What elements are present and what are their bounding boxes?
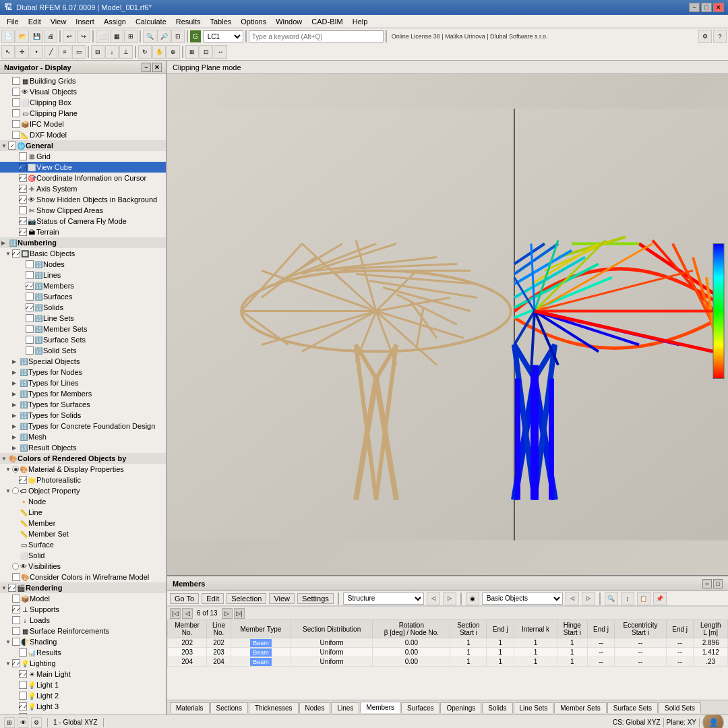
tab-solid-sets[interactable]: Solid Sets: [659, 702, 701, 713]
close-button[interactable]: ✕: [713, 3, 724, 12]
chk-model-render[interactable]: [12, 595, 20, 603]
struct-prev[interactable]: ◁: [427, 592, 440, 605]
chk-light-1[interactable]: [19, 681, 27, 689]
zoom-view[interactable]: ⊕: [166, 45, 180, 59]
nav-last[interactable]: ▷|: [234, 608, 245, 619]
chk-light-3[interactable]: ✓: [19, 702, 27, 710]
nav-general-section[interactable]: ▼ 🌐 General: [0, 140, 166, 151]
chk-loads[interactable]: [12, 616, 20, 624]
support-button[interactable]: ⊥: [119, 45, 133, 59]
tab-surface-sets[interactable]: Surface Sets: [607, 702, 658, 713]
status-icon-2[interactable]: 👁: [18, 717, 28, 728]
nav-grid[interactable]: ⊞ Grid: [0, 151, 166, 162]
open-button[interactable]: 📂: [16, 30, 29, 43]
rotate-view[interactable]: ↻: [138, 45, 152, 59]
nav-member-sets[interactable]: 🔢 Member Sets: [0, 324, 166, 334]
nav-show-hidden[interactable]: ✓ 👁 Show Hidden Objects in Background: [0, 194, 166, 205]
zoom-all-button[interactable]: ⊡: [171, 30, 185, 43]
settings-icon[interactable]: ⚙: [698, 30, 712, 43]
nav-solid-prop[interactable]: ⬜ Solid: [0, 550, 166, 561]
obj-prev[interactable]: ◁: [566, 592, 579, 605]
menu-file[interactable]: File: [3, 16, 23, 27]
maximize-button[interactable]: □: [701, 3, 712, 12]
menu-assign[interactable]: Assign: [100, 16, 130, 27]
redo-button[interactable]: ↪: [77, 30, 90, 43]
chk-surfaces-p[interactable]: [26, 293, 34, 301]
basic-objects-icon-btn[interactable]: ◉: [466, 592, 479, 605]
nav-visual-objects[interactable]: 👁 Visual Objects: [0, 86, 166, 97]
chk-consider-colors[interactable]: [12, 573, 20, 581]
chk-general[interactable]: [8, 142, 16, 150]
undo-button[interactable]: ↩: [63, 30, 76, 43]
nav-building-grids[interactable]: ▦ Building Grids: [0, 75, 166, 86]
menu-help[interactable]: Help: [348, 16, 372, 27]
select-button[interactable]: ↖: [1, 45, 15, 59]
chk-lighting[interactable]: ✓: [12, 659, 20, 667]
status-icon-3[interactable]: ⚙: [31, 717, 42, 728]
menu-results[interactable]: Results: [172, 16, 205, 27]
nav-light-2[interactable]: 💡 Light 2: [0, 690, 166, 701]
nav-solids-p[interactable]: ✓ 🔢 Solids: [0, 302, 166, 313]
nav-next[interactable]: ▷: [222, 608, 233, 619]
nav-numbering[interactable]: ▶ 🔢 Numbering: [0, 237, 166, 248]
nav-surface-reinf[interactable]: ▦ Surface Reinforcements: [0, 626, 166, 636]
status-icon-1[interactable]: ⊞: [4, 717, 15, 728]
chk-building-grids[interactable]: [12, 77, 20, 85]
chk-camera[interactable]: ✓: [19, 217, 27, 225]
chk-axis[interactable]: ✓: [19, 185, 27, 193]
minimize-button[interactable]: −: [689, 3, 700, 12]
chk-supports[interactable]: ✓: [12, 605, 20, 613]
tab-solids[interactable]: Solids: [482, 702, 512, 713]
table-row[interactable]: 202 202 Beam Uniform 0.00 1 1 1 1 -- -- …: [168, 638, 728, 648]
grid-button[interactable]: ⊡: [200, 45, 213, 59]
keyword-search[interactable]: [249, 30, 384, 42]
edit-button[interactable]: Edit: [202, 593, 224, 604]
chk-members[interactable]: ✓: [26, 282, 34, 290]
radio-visibility[interactable]: [12, 563, 19, 570]
chk-solid-sets[interactable]: [26, 346, 34, 355]
nav-light-4[interactable]: 💡 Light 4: [0, 712, 166, 715]
nav-first[interactable]: |◁: [170, 608, 181, 619]
nav-solid-sets[interactable]: 🔢 Solid Sets: [0, 345, 166, 356]
nav-terrain[interactable]: ✓ 🏔 Terrain: [0, 226, 166, 237]
menu-insert[interactable]: Insert: [71, 16, 98, 27]
nav-types-nodes[interactable]: ▶ 🔢 Types for Nodes: [0, 367, 166, 377]
filter-icon[interactable]: 🔍: [605, 592, 618, 605]
chk-hidden[interactable]: ✓: [19, 195, 27, 204]
obj-next[interactable]: ▷: [582, 592, 595, 605]
tab-sections[interactable]: Sections: [210, 702, 248, 713]
nav-coord-info[interactable]: ✓ 🎯 Coordinate Information on Cursor: [0, 173, 166, 183]
node-button[interactable]: •: [30, 45, 43, 59]
structure-selector[interactable]: Structure: [343, 593, 424, 605]
view-button[interactable]: View: [269, 593, 295, 604]
chk-clipping-box[interactable]: [12, 98, 20, 107]
line-button[interactable]: ╱: [44, 45, 57, 59]
nav-result-objects[interactable]: ▶ 🔢 Result Objects: [0, 442, 166, 453]
print-button[interactable]: 🖨: [44, 30, 57, 43]
menu-window[interactable]: Window: [272, 16, 306, 27]
chk-surface-reinf[interactable]: [12, 627, 20, 635]
chk-visual-objects[interactable]: [12, 88, 20, 96]
nav-member-set-prop[interactable]: 📏 Member Set: [0, 528, 166, 539]
nav-axis-system[interactable]: ✓ ✛ Axis System: [0, 183, 166, 194]
sort-icon[interactable]: ↕: [621, 592, 634, 605]
view3d-button[interactable]: ⬜: [96, 30, 109, 43]
menu-calculate[interactable]: Calculate: [131, 16, 171, 27]
nav-show-clipped[interactable]: ✄ Show Clipped Areas: [0, 205, 166, 216]
move-button[interactable]: ✛: [16, 45, 29, 59]
nav-rendering[interactable]: ▼ ✓ 🎬 Rendering: [0, 582, 166, 593]
lc-selector[interactable]: LC1: [203, 30, 243, 42]
nav-status-camera[interactable]: ✓ 📷 Status of Camera Fly Mode: [0, 216, 166, 226]
nav-types-lines[interactable]: ▶ 🔢 Types for Lines: [0, 377, 166, 388]
chk-nodes[interactable]: [26, 260, 34, 268]
tab-members[interactable]: Members: [360, 702, 400, 713]
chk-terrain[interactable]: ✓: [19, 228, 27, 236]
nav-members[interactable]: ✓ 🔢 Members: [0, 280, 166, 291]
settings-button[interactable]: Settings: [297, 593, 334, 604]
chk-clipping-plane[interactable]: [12, 109, 20, 117]
new-button[interactable]: 📄: [1, 30, 15, 43]
chk-solids-p[interactable]: ✓: [26, 303, 34, 311]
tab-surfaces[interactable]: Surfaces: [401, 702, 439, 713]
tab-openings[interactable]: Openings: [440, 702, 481, 713]
save-button[interactable]: 💾: [30, 30, 43, 43]
